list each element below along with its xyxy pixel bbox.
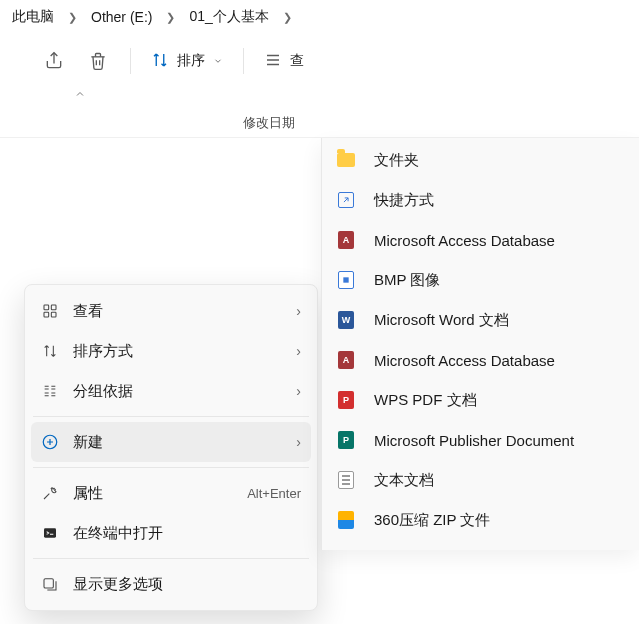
submenu-label: Microsoft Publisher Document [374,432,574,449]
submenu-word[interactable]: W Microsoft Word 文档 [322,300,639,340]
list-icon [264,51,282,72]
submenu-arrow-icon: › [296,303,301,319]
breadcrumb-item-drive[interactable]: Other (E:) [85,5,158,29]
submenu-bmp[interactable]: BMP 图像 [322,260,639,300]
submenu-label: Microsoft Access Database [374,352,555,369]
breadcrumb-item-pc[interactable]: 此电脑 [6,4,60,30]
submenu-label: Microsoft Access Database [374,232,555,249]
zip-icon [336,510,356,530]
chevron-right-icon: ❯ [158,11,183,24]
menu-label: 属性 [73,484,233,503]
submenu-label: 文件夹 [374,151,419,170]
plus-circle-icon [41,433,59,451]
view-label: 查 [290,52,304,70]
submenu-folder[interactable]: 文件夹 [322,140,639,180]
submenu-publisher[interactable]: P Microsoft Publisher Document [322,420,639,460]
menu-label: 在终端中打开 [73,524,301,543]
menu-more-options[interactable]: 显示更多选项 [31,564,311,604]
delete-button[interactable] [78,41,118,81]
menu-properties[interactable]: 属性 Alt+Enter [31,473,311,513]
submenu-pdf[interactable]: P WPS PDF 文档 [322,380,639,420]
column-date[interactable]: 修改日期 [243,114,295,132]
submenu-label: Microsoft Word 文档 [374,311,509,330]
menu-label: 排序方式 [73,342,282,361]
menu-sort[interactable]: 排序方式 › [31,331,311,371]
word-icon: W [336,310,356,330]
toolbar: 排序 查 [0,34,639,88]
menu-separator [33,416,309,417]
new-submenu: 文件夹 快捷方式 A Microsoft Access Database BMP… [321,138,639,550]
menu-new[interactable]: 新建 › [31,422,311,462]
submenu-label: 文本文档 [374,471,434,490]
chevron-right-icon: ❯ [60,11,85,24]
grid-icon [41,302,59,320]
access-icon: A [336,350,356,370]
submenu-zip[interactable]: 360压缩 ZIP 文件 [322,500,639,540]
svg-rect-1 [51,305,56,310]
file-pane[interactable]: 查看 › 排序方式 › 分组依据 › 新建 › 属性 Alt+Enter 在终端… [0,138,639,624]
shortcut-icon [336,190,356,210]
wrench-icon [41,484,59,502]
text-icon [336,470,356,490]
submenu-arrow-icon: › [296,343,301,359]
more-icon [41,575,59,593]
shortcut-label: Alt+Enter [247,486,301,501]
submenu-access-2[interactable]: A Microsoft Access Database [322,340,639,380]
submenu-arrow-icon: › [296,383,301,399]
submenu-label: BMP 图像 [374,271,440,290]
share-button[interactable] [34,41,74,81]
submenu-shortcut[interactable]: 快捷方式 [322,180,639,220]
submenu-label: 快捷方式 [374,191,434,210]
bmp-icon [336,270,356,290]
submenu-label: WPS PDF 文档 [374,391,477,410]
svg-rect-0 [44,305,49,310]
group-icon [41,382,59,400]
submenu-access[interactable]: A Microsoft Access Database [322,220,639,260]
menu-label: 显示更多选项 [73,575,301,594]
svg-rect-6 [44,579,53,588]
publisher-icon: P [336,430,356,450]
menu-label: 新建 [73,433,282,452]
separator [243,48,244,74]
menu-view[interactable]: 查看 › [31,291,311,331]
svg-rect-2 [44,312,49,317]
menu-group[interactable]: 分组依据 › [31,371,311,411]
submenu-arrow-icon: › [296,434,301,450]
svg-rect-7 [343,277,348,282]
submenu-label: 360压缩 ZIP 文件 [374,511,490,530]
menu-separator [33,467,309,468]
column-headers: 修改日期 [0,108,639,138]
sort-icon [41,342,59,360]
chevron-right-icon: ❯ [275,11,300,24]
collapse-panel-button[interactable] [0,88,639,108]
folder-icon [336,150,356,170]
svg-rect-5 [44,528,56,537]
terminal-icon [41,524,59,542]
menu-label: 分组依据 [73,382,282,401]
menu-terminal[interactable]: 在终端中打开 [31,513,311,553]
pdf-icon: P [336,390,356,410]
chevron-down-icon [213,53,223,69]
sort-label: 排序 [177,52,205,70]
menu-separator [33,558,309,559]
view-dropdown[interactable]: 查 [256,41,312,81]
menu-label: 查看 [73,302,282,321]
separator [130,48,131,74]
submenu-txt[interactable]: 文本文档 [322,460,639,500]
svg-rect-3 [51,312,56,317]
access-icon: A [336,230,356,250]
sort-dropdown[interactable]: 排序 [143,41,231,81]
context-menu: 查看 › 排序方式 › 分组依据 › 新建 › 属性 Alt+Enter 在终端… [24,284,318,611]
breadcrumb: 此电脑 ❯ Other (E:) ❯ 01_个人基本 ❯ [0,0,639,34]
sort-icon [151,51,169,72]
breadcrumb-item-folder[interactable]: 01_个人基本 [183,4,274,30]
